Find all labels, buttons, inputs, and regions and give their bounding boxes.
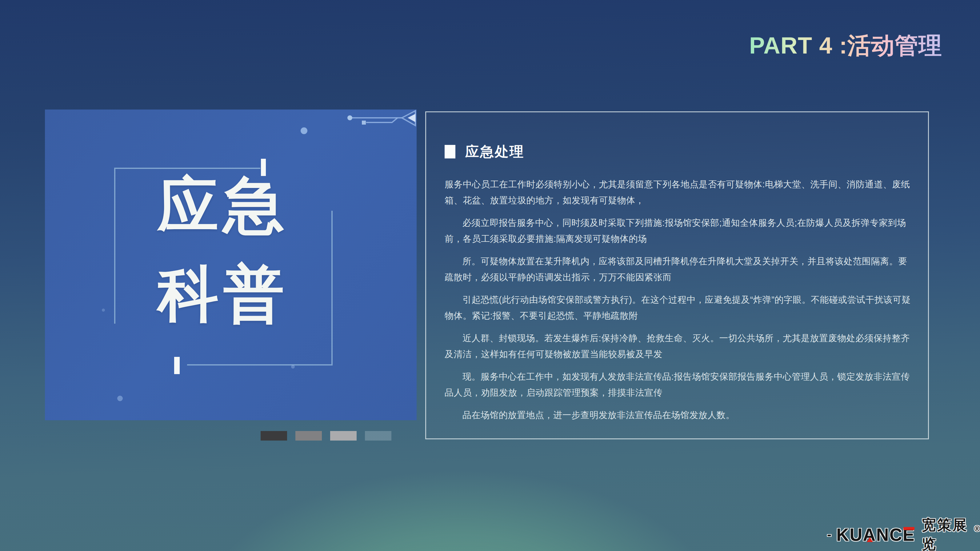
content-panel: 应急处理 服务中心员工在工作时必须特别小心，尤其是须留意下列各地点是否有可疑物体… xyxy=(425,111,929,439)
body-paragraph: 近人群、封锁现场。若发生爆炸后:保持冷静、抢救生命、灭火。一切公共场所，尤其是放… xyxy=(445,330,911,362)
body-paragraph: 服务中心员工在工作时必须特别小心，尤其是须留意下列各地点是否有可疑物体:电梯大堂… xyxy=(445,176,911,208)
hero-image: 应急 科普 xyxy=(45,110,417,420)
panel-heading-row: 应急处理 xyxy=(445,143,911,161)
pagination-bar[interactable] xyxy=(365,431,391,441)
dot-decoration xyxy=(291,365,295,368)
circuit-node-icon xyxy=(347,115,352,120)
dot-decoration xyxy=(102,308,105,312)
body-paragraph: 引起恐慌(此行动由场馆安保部或警方执行)。在这个过程中，应避免提及“炸弹”的字眼… xyxy=(445,292,911,324)
carousel-pagination xyxy=(261,431,391,441)
circuit-square-icon xyxy=(362,121,366,125)
registered-mark: ® xyxy=(974,524,980,533)
circuit-arrow-icon xyxy=(408,114,415,122)
pagination-bar[interactable] xyxy=(261,431,287,441)
body-paragraph: 所。可疑物体放置在某升降机内，应将该部及同槽升降机停在升降机大堂及关掉开关，并且… xyxy=(445,253,911,285)
hero-text-line2: 科普 xyxy=(115,250,332,338)
body-paragraph: 现。服务中心在工作中，如发现有人发放非法宣传品:报告场馆安保部报告服务中心管理人… xyxy=(445,368,911,400)
hero-text-line1: 应急 xyxy=(115,161,332,250)
pagination-bar[interactable] xyxy=(330,431,356,441)
dot-decoration xyxy=(117,395,123,401)
dot-decoration xyxy=(301,127,307,134)
body-paragraph: 必须立即报告服务中心，同时须及时采取下列措施:报场馆安保部;通知全体服务人员;在… xyxy=(445,215,911,247)
circuit-decoration-icon xyxy=(350,111,415,125)
logo-text-en: KUANCE xyxy=(836,524,915,545)
heading-bullet-square-icon xyxy=(445,145,455,159)
panel-heading: 应急处理 xyxy=(465,143,524,161)
slide-title: PART 4 :活动管理 xyxy=(749,30,942,62)
panel-body: 服务中心员工在工作时必须特别小心，尤其是须留意下列各地点是否有可疑物体:电梯大堂… xyxy=(445,176,911,423)
logo-text-cn: 宽策展览 xyxy=(922,516,973,551)
logo-e-bar-accent-icon xyxy=(904,527,915,530)
hero-poster-text: 应急 科普 xyxy=(115,161,332,338)
slide: PART 4 :活动管理 xyxy=(0,0,980,551)
logo-dash: - xyxy=(827,527,831,542)
pagination-bar[interactable] xyxy=(295,431,322,441)
body-paragraph: 品在场馆的放置地点，进一步查明发放非法宣传品在场馆发放人数。 xyxy=(445,407,911,423)
brand-logo: - KUANCE 宽策展览 ® xyxy=(827,523,980,546)
